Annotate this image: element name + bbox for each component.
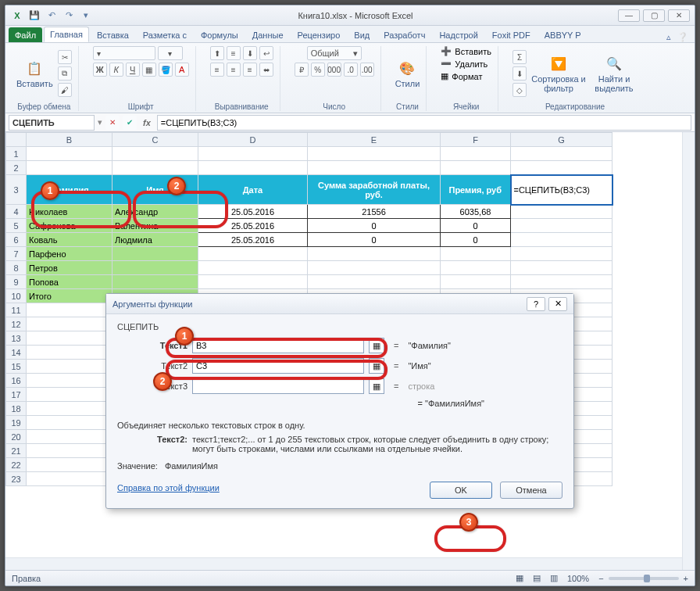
view-layout-icon[interactable]: ▤ xyxy=(533,573,541,583)
col-header-B[interactable]: B xyxy=(27,133,112,147)
row-header-17[interactable]: 17 xyxy=(6,388,27,402)
cell-G9[interactable] xyxy=(511,275,612,289)
cell-E8[interactable] xyxy=(308,261,441,275)
col-header-D[interactable]: D xyxy=(198,133,308,147)
row-header-12[interactable]: 12 xyxy=(6,317,27,331)
close-button[interactable]: ✕ xyxy=(668,9,690,22)
qat-dropdown-icon[interactable]: ▾ xyxy=(79,9,93,23)
cell-E7[interactable] xyxy=(308,247,441,261)
cell-F9[interactable] xyxy=(441,275,511,289)
cell-G5[interactable] xyxy=(511,219,612,233)
underline-icon[interactable]: Ч xyxy=(126,63,140,77)
row-header-6[interactable]: 6 xyxy=(6,233,27,247)
tab-review[interactable]: Рецензиро xyxy=(291,27,347,42)
cell-G4[interactable] xyxy=(511,205,612,219)
cell-B15[interactable] xyxy=(27,360,112,374)
cell-C1[interactable] xyxy=(112,147,198,161)
cell-B5[interactable]: Сафронова xyxy=(27,219,112,233)
align-right-icon[interactable]: ≡ xyxy=(243,63,257,77)
wrap-text-icon[interactable]: ↩ xyxy=(259,46,273,60)
row-header-3[interactable]: 3 xyxy=(6,175,27,205)
cancel-formula-icon[interactable]: ✕ xyxy=(105,116,120,130)
cell-B23[interactable] xyxy=(27,472,112,486)
name-box[interactable]: СЦЕПИТЬ xyxy=(9,115,95,131)
row-header-4[interactable]: 4 xyxy=(6,205,27,219)
tab-file[interactable]: Файл xyxy=(9,27,42,42)
row-header-20[interactable]: 20 xyxy=(6,430,27,444)
col-header-C[interactable]: C xyxy=(112,133,198,147)
autosum-icon[interactable]: Σ xyxy=(512,50,527,64)
styles-button[interactable]: 🎨 Стили xyxy=(395,59,420,88)
cell-E9[interactable] xyxy=(308,275,441,289)
row-header-14[interactable]: 14 xyxy=(6,346,27,360)
cell-F1[interactable] xyxy=(441,147,511,161)
cell-B2[interactable] xyxy=(27,161,112,175)
paste-button[interactable]: 📋 Вставить xyxy=(16,59,53,88)
minimize-ribbon-icon[interactable]: ▵ xyxy=(666,32,671,42)
cell-E1[interactable] xyxy=(308,147,441,161)
dialog-help-link[interactable]: Справка по этой функции xyxy=(117,483,220,492)
copy-icon[interactable]: ⧉ xyxy=(58,66,72,81)
tab-abbyy[interactable]: ABBYY P xyxy=(538,27,588,42)
maximize-button[interactable]: ▢ xyxy=(643,9,665,22)
cell-B22[interactable] xyxy=(27,458,112,472)
cell-B1[interactable] xyxy=(27,147,112,161)
cell-G2[interactable] xyxy=(511,161,612,175)
align-left-icon[interactable]: ≡ xyxy=(210,63,224,77)
row-header-10[interactable]: 10 xyxy=(6,289,27,303)
row-header-16[interactable]: 16 xyxy=(6,374,27,388)
align-top-icon[interactable]: ⬆ xyxy=(210,46,224,60)
cell-F7[interactable] xyxy=(441,247,511,261)
cell-F8[interactable] xyxy=(441,261,511,275)
percent-icon[interactable]: % xyxy=(311,63,325,77)
col-header-F[interactable]: F xyxy=(441,133,511,147)
cell-E2[interactable] xyxy=(308,161,441,175)
cell-C6[interactable]: Людмила xyxy=(112,233,198,247)
tab-home[interactable]: Главная xyxy=(44,27,89,42)
cell-B12[interactable] xyxy=(27,317,112,331)
row-header-1[interactable]: 1 xyxy=(6,147,27,161)
row-header-21[interactable]: 21 xyxy=(6,444,27,458)
cell-D7[interactable] xyxy=(198,247,308,261)
row-header-8[interactable]: 8 xyxy=(6,261,27,275)
cell-D1[interactable] xyxy=(198,147,308,161)
arg-input-1[interactable] xyxy=(192,338,364,353)
cell-B13[interactable] xyxy=(27,331,112,346)
arg-input-2[interactable] xyxy=(192,358,364,374)
cell-B9[interactable]: Попова xyxy=(27,275,112,289)
cell-G1[interactable] xyxy=(511,147,612,161)
redo-icon[interactable]: ↷ xyxy=(62,9,76,23)
cell-D3[interactable]: Дата xyxy=(198,175,308,205)
tab-data[interactable]: Данные xyxy=(246,27,290,42)
align-center-icon[interactable]: ≡ xyxy=(227,63,241,77)
range-picker-icon-1[interactable]: ▦ xyxy=(369,338,384,353)
align-middle-icon[interactable]: ≡ xyxy=(227,46,241,60)
cell-B18[interactable] xyxy=(27,402,112,416)
cell-B19[interactable] xyxy=(27,416,112,430)
cell-B6[interactable]: Коваль xyxy=(27,233,112,247)
tab-insert[interactable]: Вставка xyxy=(91,27,135,42)
cell-B16[interactable] xyxy=(27,374,112,388)
cell-B11[interactable] xyxy=(27,303,112,317)
zoom-in-icon[interactable]: + xyxy=(684,574,688,583)
cell-C9[interactable] xyxy=(112,275,198,289)
currency-icon[interactable]: ₽ xyxy=(295,63,309,77)
cell-F2[interactable] xyxy=(441,161,511,175)
cell-D2[interactable] xyxy=(198,161,308,175)
help-icon[interactable]: ❔ xyxy=(677,32,688,42)
cell-B14[interactable] xyxy=(27,346,112,360)
row-header-9[interactable]: 9 xyxy=(6,275,27,289)
format-painter-icon[interactable]: 🖌 xyxy=(58,83,72,97)
tab-view[interactable]: Вид xyxy=(348,27,376,42)
fx-icon[interactable]: fx xyxy=(140,118,154,127)
cell-C8[interactable] xyxy=(112,261,198,275)
bold-icon[interactable]: Ж xyxy=(93,63,107,77)
dec-decimal-icon[interactable]: .00 xyxy=(360,63,374,77)
cell-B3[interactable]: Фамилия xyxy=(27,175,112,205)
cells-insert[interactable]: ➕Вставить xyxy=(441,46,491,56)
save-icon[interactable]: 💾 xyxy=(27,9,41,23)
cell-D8[interactable] xyxy=(198,261,308,275)
cut-icon[interactable]: ✂ xyxy=(58,50,72,64)
tab-developer[interactable]: Разработч xyxy=(377,27,431,42)
comma-icon[interactable]: 000 xyxy=(327,63,341,77)
